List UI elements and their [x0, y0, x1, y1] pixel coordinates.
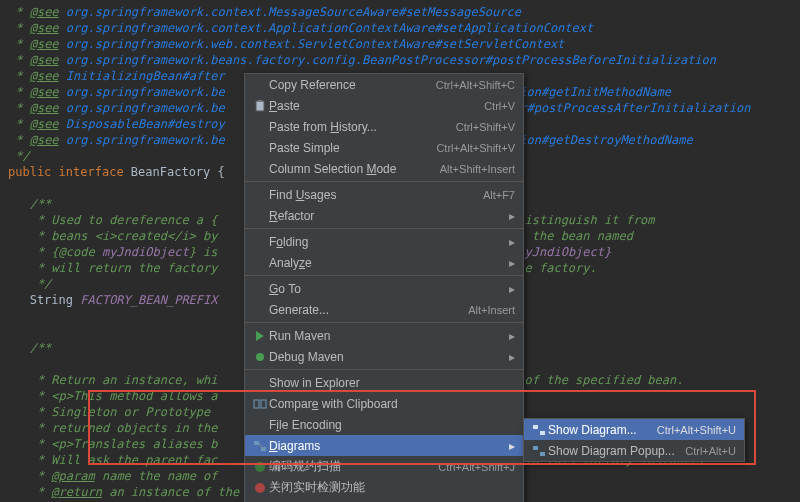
- menu-goto[interactable]: Go To▸: [245, 278, 523, 299]
- menu-column-selection[interactable]: Column Selection ModeAlt+Shift+Insert: [245, 158, 523, 179]
- svg-rect-13: [540, 431, 545, 435]
- svg-rect-14: [533, 446, 538, 450]
- compare-icon: [251, 398, 269, 410]
- svg-marker-2: [256, 331, 264, 341]
- separator: [245, 275, 523, 276]
- menu-analyze[interactable]: Analyze▸: [245, 252, 523, 273]
- svg-rect-0: [256, 101, 264, 111]
- play-icon: [251, 330, 269, 342]
- diagrams-submenu: Show Diagram...Ctrl+Alt+Shift+U Show Dia…: [523, 418, 745, 462]
- svg-rect-1: [258, 100, 262, 102]
- menu-file-encoding[interactable]: File Encoding: [245, 414, 523, 435]
- menu-run-maven[interactable]: Run Maven▸: [245, 325, 523, 346]
- code-line: * @see org.springframework.beans.factory…: [8, 52, 792, 68]
- submenu-show-diagram[interactable]: Show Diagram...Ctrl+Alt+Shift+U: [524, 419, 744, 440]
- code-line: * @see org.springframework.context.Appli…: [8, 20, 792, 36]
- separator: [245, 322, 523, 323]
- bug-icon: [251, 351, 269, 363]
- code-line: * @see org.springframework.web.context.S…: [8, 36, 792, 52]
- svg-rect-4: [254, 400, 259, 408]
- context-menu: Copy ReferenceCtrl+Alt+Shift+C PasteCtrl…: [244, 73, 524, 502]
- menu-scan[interactable]: 编码规约扫描Ctrl+Alt+Shift+J: [245, 456, 523, 477]
- menu-create-gist[interactable]: Create Gist...: [245, 498, 523, 502]
- separator: [245, 181, 523, 182]
- menu-refactor[interactable]: Refactor▸: [245, 205, 523, 226]
- code-line: * @see org.springframework.context.Messa…: [8, 4, 792, 20]
- diagram-icon: [530, 445, 548, 457]
- menu-generate[interactable]: Generate...Alt+Insert: [245, 299, 523, 320]
- svg-point-3: [256, 353, 264, 361]
- menu-compare-clipboard[interactable]: Compare with Clipboard: [245, 393, 523, 414]
- menu-copy-reference[interactable]: Copy ReferenceCtrl+Alt+Shift+C: [245, 74, 523, 95]
- svg-rect-12: [533, 425, 538, 429]
- diagram-icon: [530, 424, 548, 436]
- menu-realtime-off[interactable]: 关闭实时检测功能: [245, 477, 523, 498]
- menu-diagrams[interactable]: Diagrams▸: [245, 435, 523, 456]
- svg-point-9: [255, 462, 265, 472]
- cancel-icon: [251, 482, 269, 494]
- svg-rect-6: [254, 441, 259, 445]
- svg-rect-5: [261, 400, 266, 408]
- menu-folding[interactable]: Folding▸: [245, 231, 523, 252]
- menu-paste-simple[interactable]: Paste SimpleCtrl+Alt+Shift+V: [245, 137, 523, 158]
- separator: [245, 228, 523, 229]
- paste-icon: [251, 99, 269, 113]
- svg-rect-15: [540, 452, 545, 456]
- menu-paste[interactable]: PasteCtrl+V: [245, 95, 523, 116]
- menu-find-usages[interactable]: Find UsagesAlt+F7: [245, 184, 523, 205]
- menu-paste-history[interactable]: Paste from History...Ctrl+Shift+V: [245, 116, 523, 137]
- submenu-show-diagram-popup[interactable]: Show Diagram Popup...Ctrl+Alt+U: [524, 440, 744, 461]
- menu-show-explorer[interactable]: Show in Explorer: [245, 372, 523, 393]
- separator: [245, 369, 523, 370]
- svg-point-10: [255, 483, 265, 493]
- menu-debug-maven[interactable]: Debug Maven▸: [245, 346, 523, 367]
- diagram-icon: [251, 440, 269, 452]
- check-icon: [251, 461, 269, 473]
